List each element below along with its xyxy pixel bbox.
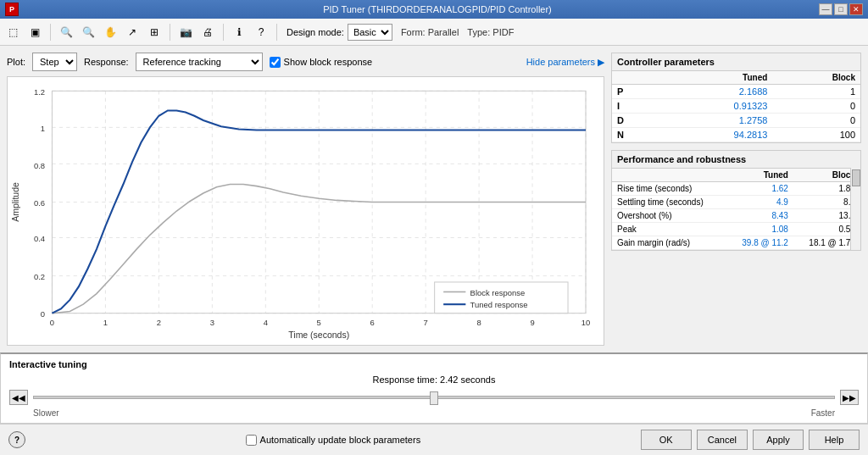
perf-row: Overshoot (%)8.4313.9 <box>612 209 860 223</box>
toolbar-btn-export[interactable]: 📷 <box>176 23 195 42</box>
svg-text:0.2: 0.2 <box>34 272 45 281</box>
slower-label: Slower <box>33 408 59 418</box>
param-block: 0 <box>772 114 860 128</box>
toolbar-btn-info[interactable]: ℹ <box>230 23 248 42</box>
col-header-tuned: Tuned <box>657 71 773 85</box>
show-block-response-label[interactable]: Show block response <box>270 57 373 68</box>
bottom-bar: ? Automatically update block parameters … <box>0 424 868 455</box>
bottom-left: ? <box>8 431 25 448</box>
svg-text:0.6: 0.6 <box>34 198 45 208</box>
help-icon-button[interactable]: ? <box>8 431 25 448</box>
window-title: PID Tuner (THIRDORDERANALOGPID/PID Contr… <box>56 4 819 14</box>
perf-tuned: 1.62 <box>726 182 793 196</box>
bottom-buttons: OK Cancel Apply Help <box>641 430 860 450</box>
perf-name: Settling time (seconds) <box>612 196 726 209</box>
controller-param-row: P2.16881 <box>612 85 860 99</box>
svg-text:0.8: 0.8 <box>34 161 45 170</box>
auto-update-checkbox[interactable] <box>246 435 257 446</box>
svg-text:9: 9 <box>530 318 534 327</box>
perf-name: Peak <box>612 223 726 236</box>
slider-labels: Slower Faster <box>9 408 859 418</box>
perf-table: Tuned Block Rise time (seconds)1.621.87S… <box>612 169 860 250</box>
param-name: I <box>612 99 657 114</box>
toolbar-btn-2[interactable]: ▣ <box>25 23 44 42</box>
param-name: N <box>612 128 657 142</box>
main-content: Plot: Step Response: Reference tracking … <box>0 46 868 455</box>
design-mode-select[interactable]: Basic <box>348 24 392 41</box>
controller-params-section: Controller parameters Tuned Block P2.168… <box>611 53 861 143</box>
svg-text:Tuned response: Tuned response <box>470 300 528 309</box>
svg-text:Amplitude: Amplitude <box>11 182 20 222</box>
perf-row: Rise time (seconds)1.621.87 <box>612 182 860 196</box>
help-button[interactable]: Help <box>809 430 860 450</box>
controller-params-table: Tuned Block P2.16881I0.913230D1.27580N94… <box>612 71 860 142</box>
controller-param-row: N94.2813100 <box>612 128 860 142</box>
perf-name: Rise time (seconds) <box>612 182 726 196</box>
svg-text:Block response: Block response <box>470 288 526 297</box>
auto-update-area: Automatically update block parameters <box>246 435 421 446</box>
show-block-response-text: Show block response <box>284 57 373 67</box>
svg-text:1: 1 <box>41 124 45 133</box>
slider-thumb[interactable] <box>430 391 438 405</box>
toolbar-separator-1 <box>50 24 51 41</box>
svg-text:1: 1 <box>103 318 108 327</box>
form-label: Form: Parallel <box>401 27 459 37</box>
design-mode-label: Design mode: <box>287 27 344 37</box>
title-bar: P PID Tuner (THIRDORDERANALOGPID/PID Con… <box>0 0 868 19</box>
svg-text:Time (seconds): Time (seconds) <box>288 330 349 340</box>
svg-text:0: 0 <box>41 309 45 319</box>
slider-row: ◀◀ ▶▶ <box>9 390 859 405</box>
arrow-right-icon: ▶ <box>598 57 604 68</box>
svg-text:6: 6 <box>370 318 375 327</box>
perf-scroll-container[interactable]: Tuned Block Rise time (seconds)1.621.87S… <box>612 169 860 250</box>
chart-panel: Plot: Step Response: Reference tracking … <box>7 53 604 346</box>
slider-right-arrow[interactable]: ▶▶ <box>840 390 859 405</box>
param-tuned: 2.1688 <box>657 85 773 99</box>
toolbar-btn-1[interactable]: ⬚ <box>3 23 22 42</box>
controller-param-row: I0.913230 <box>612 99 860 114</box>
toolbar-btn-zoom-in[interactable]: 🔍 <box>57 23 75 42</box>
svg-text:0.4: 0.4 <box>34 234 45 243</box>
perf-robustness-section: Performance and robustness Tuned Block R… <box>611 150 861 251</box>
toolbar-btn-help[interactable]: ? <box>252 23 270 42</box>
perf-row: Peak1.080.57 <box>612 223 860 236</box>
param-block: 0 <box>772 99 860 114</box>
svg-text:1.2: 1.2 <box>34 87 45 97</box>
hide-params-button[interactable]: Hide parameters ▶ <box>526 57 604 68</box>
perf-tuned: 39.8 @ 11.2 <box>726 236 793 250</box>
apply-button[interactable]: Apply <box>753 430 804 450</box>
controller-params-title: Controller parameters <box>612 53 860 71</box>
show-block-response-checkbox[interactable] <box>270 57 281 68</box>
response-type-select[interactable]: Reference tracking <box>136 53 263 71</box>
svg-text:0: 0 <box>50 318 54 327</box>
perf-row: Settling time (seconds)4.98.4 <box>612 196 860 209</box>
param-block: 1 <box>772 85 860 99</box>
perf-scrollbar[interactable] <box>850 168 860 250</box>
chart-svg: 1.2 1 0.8 0.6 0.4 0.2 0 0 1 2 3 4 5 6 <box>8 77 604 345</box>
slider-left-arrow[interactable]: ◀◀ <box>9 390 28 405</box>
svg-text:7: 7 <box>424 318 428 327</box>
type-label: Type: PIDF <box>467 27 514 37</box>
param-tuned: 94.2813 <box>657 128 773 142</box>
close-button[interactable]: ✕ <box>849 3 863 15</box>
ok-button[interactable]: OK <box>641 430 692 450</box>
cancel-button[interactable]: Cancel <box>697 430 748 450</box>
slider-track[interactable] <box>33 396 835 399</box>
plot-area: Plot: Step Response: Reference tracking … <box>0 46 868 352</box>
maximize-button[interactable]: □ <box>834 3 848 15</box>
svg-text:8: 8 <box>476 318 481 327</box>
perf-tuned: 4.9 <box>726 196 793 209</box>
param-tuned: 1.2758 <box>657 114 773 128</box>
plot-type-select[interactable]: Step <box>32 53 77 71</box>
toolbar-btn-zoom-out[interactable]: 🔍 <box>79 23 97 42</box>
toolbar-btn-pan[interactable]: ✋ <box>101 23 120 42</box>
toolbar-btn-cursor[interactable]: ↗ <box>123 23 142 42</box>
toolbar-btn-print[interactable]: 🖨 <box>198 23 217 42</box>
auto-update-label: Automatically update block parameters <box>260 435 421 445</box>
perf-col-tuned: Tuned <box>726 169 793 182</box>
toolbar-btn-grid[interactable]: ⊞ <box>145 23 164 42</box>
scrollbar-thumb[interactable] <box>852 169 860 186</box>
svg-text:3: 3 <box>210 318 214 327</box>
param-block: 100 <box>772 128 860 142</box>
minimize-button[interactable]: — <box>819 3 832 15</box>
